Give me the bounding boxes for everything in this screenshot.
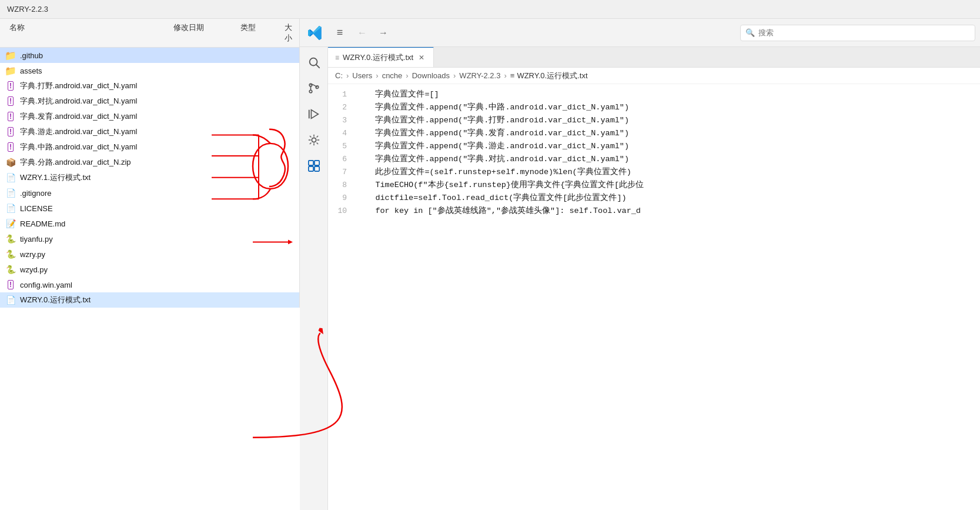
line-content-4: 字典位置文件.append("字典.发育.android.var_dict_N.… xyxy=(356,128,641,138)
hamburger-button[interactable]: ≡ xyxy=(330,24,349,42)
code-line-10: 10 for key in ["参战英雄线路","参战英雄头像"]: self.… xyxy=(328,205,980,218)
file-icon-github: 📁 xyxy=(5,49,16,61)
file-item-gitignore[interactable]: 📄.gitignore xyxy=(0,185,299,201)
line-content-10: for key in ["参战英雄线路","参战英雄头像"]: self.Too… xyxy=(356,205,653,216)
code-line-5: 5 字典位置文件.append("字典.游走.android.var_dict_… xyxy=(328,141,980,154)
code-line-7: 7 此步位置文件=(self.runstep+self.mynode)%len(… xyxy=(328,166,980,179)
vscode-content: ≡ WZRY.0.运行模式.txt ✕ C: › Users › cnche › xyxy=(300,47,980,510)
file-icon-yaml1: ! xyxy=(5,80,16,92)
col-date: 修改日期 xyxy=(173,22,240,44)
file-item-wzyd[interactable]: 🐍wzyd.py xyxy=(0,262,299,277)
search-icon: 🔍 xyxy=(745,28,755,37)
file-icon-yaml5: ! xyxy=(5,141,16,153)
file-icon-yaml2: ! xyxy=(5,95,16,107)
search-input[interactable] xyxy=(758,28,970,37)
svg-rect-17 xyxy=(308,161,313,165)
file-name-txt2: WZRY.0.运行模式.txt xyxy=(20,295,91,305)
file-icon-configwin: ! xyxy=(5,279,16,291)
code-line-1: 1 字典位置文件=[] xyxy=(328,89,980,102)
col-size: 大小 xyxy=(285,22,299,44)
file-item-yaml3[interactable]: !字典.发育.android.var_dict_N.yaml xyxy=(0,109,299,124)
vscode-logo xyxy=(305,22,326,44)
file-name-yaml2: 字典.对抗.android.var_dict_N.yaml xyxy=(20,96,137,106)
activity-debug[interactable] xyxy=(303,129,325,151)
forward-button[interactable]: → xyxy=(375,25,392,41)
file-name-yaml1: 字典.打野.android.var_dict_N.yaml xyxy=(20,81,137,91)
line-content-9: dictfile=self.Tool.read_dict(字典位置文件[此步位置… xyxy=(356,192,638,203)
tab-close-button[interactable]: ✕ xyxy=(417,53,426,62)
file-item-wzry[interactable]: 🐍wzry.py xyxy=(0,246,299,262)
file-icon-txt2: 📄 xyxy=(5,294,16,306)
code-editor[interactable]: 1 字典位置文件=[]2 字典位置文件.append("字典.中路.androi… xyxy=(328,84,980,510)
col-type: 类型 xyxy=(240,22,285,44)
file-item-txt2[interactable]: 📄WZRY.0.运行模式.txt xyxy=(0,292,299,308)
title-bar-text: WZRY-2.2.3 xyxy=(7,5,48,14)
file-name-zip1: 字典.分路.android.var_dict_N.zip xyxy=(20,157,131,168)
file-item-configwin[interactable]: !config.win.yaml xyxy=(0,277,299,292)
file-explorer-wrapper: 名称 修改日期 类型 大小 📁.github📁assets!字典.打野.andr… xyxy=(0,19,300,510)
svg-marker-14 xyxy=(311,110,318,119)
svg-rect-18 xyxy=(314,161,319,165)
file-name-license: LICENSE xyxy=(20,204,53,213)
file-item-yaml1[interactable]: !字典.打野.android.var_dict_N.yaml xyxy=(0,78,299,94)
file-name-yaml4: 字典.游走.android.var_dict_N.yaml xyxy=(20,126,137,137)
file-item-license[interactable]: 📄LICENSE xyxy=(0,201,299,216)
file-item-readme[interactable]: 📝README.md xyxy=(0,216,299,231)
line-content-3: 字典位置文件.append("字典.打野.android.var_dict_N.… xyxy=(356,115,641,125)
file-item-yaml5[interactable]: !字典.中路.android.var_dict_N.yaml xyxy=(0,139,299,155)
file-name-github: .github xyxy=(20,51,43,60)
code-line-4: 4 字典位置文件.append("字典.发育.android.var_dict_… xyxy=(328,128,980,141)
breadcrumb-c[interactable]: C: xyxy=(335,71,343,80)
svg-rect-19 xyxy=(308,166,313,171)
overlay-container: 名称 修改日期 类型 大小 📁.github📁assets!字典.打野.andr… xyxy=(0,19,980,510)
activity-extensions[interactable] xyxy=(303,155,325,176)
breadcrumb-icon: ≡ xyxy=(510,71,515,80)
activity-git[interactable] xyxy=(303,78,325,99)
file-icon-assets: 📁 xyxy=(5,65,16,76)
activity-search[interactable] xyxy=(303,52,325,73)
file-explorer: 名称 修改日期 类型 大小 📁.github📁assets!字典.打野.andr… xyxy=(0,19,300,308)
file-name-wzyd: wzyd.py xyxy=(20,265,48,274)
line-number-1: 1 xyxy=(328,90,356,99)
file-name-yaml5: 字典.中路.android.var_dict_N.yaml xyxy=(20,142,137,152)
line-number-7: 7 xyxy=(328,168,356,176)
breadcrumb-users[interactable]: Users xyxy=(352,71,372,80)
activity-bar xyxy=(300,47,328,510)
activity-run[interactable] xyxy=(303,104,325,125)
vscode-panel: ≡ ← → 🔍 xyxy=(300,19,980,510)
breadcrumb-cnche[interactable]: cnche xyxy=(382,71,403,80)
file-item-txt1[interactable]: 📄WZRY.1.运行模式.txt xyxy=(0,170,299,185)
tab-label: WZRY.0.运行模式.txt xyxy=(343,52,413,63)
file-name-yaml3: 字典.发育.android.var_dict_N.yaml xyxy=(20,111,137,122)
file-item-yaml2[interactable]: !字典.对抗.android.var_dict_N.yaml xyxy=(0,94,299,109)
back-button[interactable]: ← xyxy=(354,25,370,41)
code-line-3: 3 字典位置文件.append("字典.打野.android.var_dict_… xyxy=(328,115,980,128)
file-item-assets[interactable]: 📁assets xyxy=(0,63,299,78)
editor-area: ≡ WZRY.0.运行模式.txt ✕ C: › Users › cnche › xyxy=(328,47,980,510)
line-content-1: 字典位置文件=[] xyxy=(356,89,451,99)
file-icon-wzyd: 🐍 xyxy=(5,264,16,275)
file-item-yaml4[interactable]: !字典.游走.android.var_dict_N.yaml xyxy=(0,124,299,139)
file-icon-yaml4: ! xyxy=(5,126,16,138)
file-item-github[interactable]: 📁.github xyxy=(0,48,299,63)
tab-wzry0[interactable]: ≡ WZRY.0.运行模式.txt ✕ xyxy=(328,47,434,67)
line-number-8: 8 xyxy=(328,181,356,189)
file-icon-readme: 📝 xyxy=(5,218,16,229)
svg-point-16 xyxy=(312,138,316,142)
line-number-9: 9 xyxy=(328,194,356,202)
line-number-5: 5 xyxy=(328,142,356,151)
breadcrumb-wzry223[interactable]: WZRY-2.2.3 xyxy=(459,71,500,80)
tab-bar: ≡ WZRY.0.运行模式.txt ✕ xyxy=(328,47,980,68)
code-line-6: 6 字典位置文件.append("字典.对抗.android.var_dict_… xyxy=(328,154,980,166)
file-item-tiyanfu[interactable]: 🐍tiyanfu.py xyxy=(0,231,299,246)
file-icon-license: 📄 xyxy=(5,202,16,214)
col-name: 名称 xyxy=(0,22,173,44)
breadcrumb-downloads[interactable]: Downloads xyxy=(412,71,450,80)
search-box[interactable]: 🔍 xyxy=(740,25,975,41)
code-lines: 1 字典位置文件=[]2 字典位置文件.append("字典.中路.androi… xyxy=(328,84,980,223)
file-item-zip1[interactable]: 📦字典.分路.android.var_dict_N.zip xyxy=(0,155,299,170)
file-icon-yaml3: ! xyxy=(5,111,16,122)
line-content-6: 字典位置文件.append("字典.对抗.android.var_dict_N.… xyxy=(356,154,641,164)
breadcrumb-file[interactable]: WZRY.0.运行模式.txt xyxy=(517,71,587,81)
line-content-2: 字典位置文件.append("字典.中路.android.var_dict_N.… xyxy=(356,102,641,112)
